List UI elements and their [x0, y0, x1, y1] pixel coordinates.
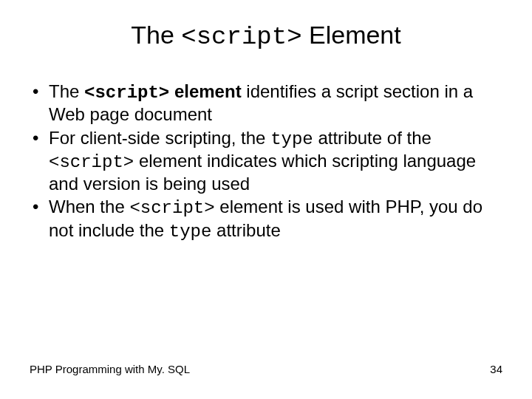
- text-segment: type: [169, 222, 212, 242]
- slide-title: The <script> Element: [0, 0, 532, 54]
- text-segment: <script>: [84, 83, 169, 103]
- list-item: For client-side scripting, the type attr…: [30, 127, 502, 195]
- title-pre: The: [131, 21, 181, 49]
- slide-footer: PHP Programming with My. SQL 34: [30, 363, 502, 375]
- footer-page-number: 34: [490, 363, 502, 375]
- title-post: Element: [302, 21, 401, 49]
- list-item: The <script> element identifies a script…: [30, 81, 502, 126]
- text-segment: element: [169, 81, 241, 101]
- bullet-list: The <script> element identifies a script…: [30, 81, 502, 242]
- text-segment: attribute of the: [313, 128, 432, 148]
- text-segment: attribute: [211, 220, 280, 240]
- text-segment: When the: [49, 197, 129, 216]
- slide-body: The <script> element identifies a script…: [0, 54, 532, 242]
- text-segment: For client-side scripting, the: [49, 128, 270, 148]
- footer-left: PHP Programming with My. SQL: [30, 363, 190, 375]
- text-segment: The: [49, 81, 84, 101]
- list-item: When the <script> element is used with P…: [30, 196, 502, 242]
- text-segment: type: [270, 129, 313, 149]
- text-segment: <script>: [49, 152, 134, 172]
- slide: The <script> Element The <script> elemen…: [0, 0, 532, 399]
- title-code: <script>: [181, 23, 301, 51]
- text-segment: <script>: [129, 198, 214, 218]
